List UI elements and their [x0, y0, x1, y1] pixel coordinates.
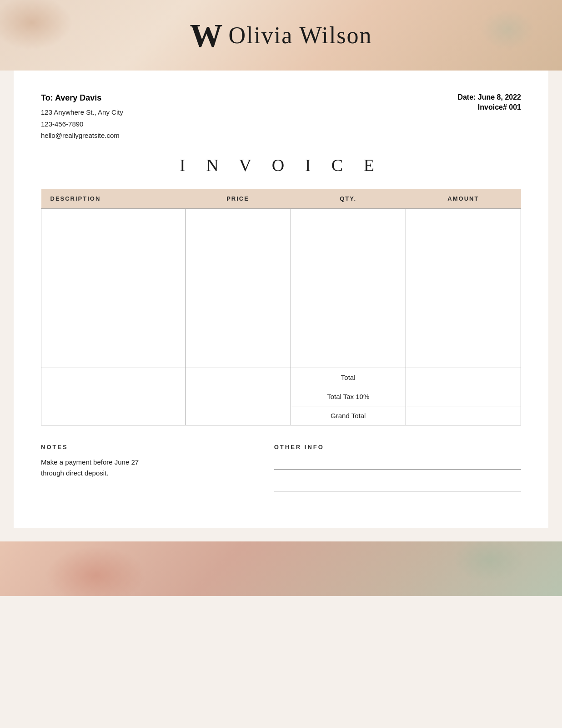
- table-row-total: Total: [41, 368, 521, 387]
- header-description: DESCRIPTION: [41, 189, 186, 209]
- to-section: To: Avery Davis 123 Anywhere St., Any Ci…: [41, 93, 457, 142]
- other-info-line1: [274, 457, 521, 470]
- other-info-label: OTHER INFO: [274, 444, 521, 450]
- address-line1: 123 Anywhere St., Any City: [41, 106, 457, 118]
- cell-desc-summary: [41, 368, 186, 425]
- cell-desc-main: [41, 208, 186, 368]
- invoice-title-area: I N V O I C E: [41, 155, 521, 175]
- brand-name: Olivia Wilson: [228, 22, 372, 49]
- notes-right: OTHER INFO: [274, 444, 521, 500]
- invoice-table: DESCRIPTION PRICE QTY. AMOUNT Total: [41, 189, 521, 425]
- to-address: 123 Anywhere St., Any City 123-456-7890 …: [41, 106, 457, 142]
- document-body: To: Avery Davis 123 Anywhere St., Any Ci…: [14, 71, 548, 528]
- notes-left: NOTES Make a payment before June 27 thro…: [41, 444, 247, 500]
- cell-total-label: Total: [291, 368, 406, 387]
- cell-grand-total-amount: [406, 406, 521, 425]
- cell-qty-main: [291, 208, 406, 368]
- email: hello@reallygreatsite.com: [41, 130, 457, 142]
- date-section: Date: June 8, 2022 Invoice# 001: [457, 93, 521, 111]
- notes-line1: Make a payment before June 27: [41, 457, 247, 468]
- cell-price-summary: [185, 368, 291, 425]
- cell-total-amount: [406, 368, 521, 387]
- header-band: W Olivia Wilson: [0, 0, 562, 71]
- header-qty: QTY.: [291, 189, 406, 209]
- notes-line2: through direct deposit.: [41, 468, 247, 479]
- invoice-title: I N V O I C E: [41, 155, 521, 175]
- footer-band: [0, 541, 562, 596]
- notes-section: NOTES Make a payment before June 27 thro…: [41, 444, 521, 510]
- logo-area: W Olivia Wilson: [190, 19, 372, 52]
- phone: 123-456-7890: [41, 118, 457, 130]
- date-line: Date: June 8, 2022: [457, 93, 521, 101]
- cell-amount-main: [406, 208, 521, 368]
- cell-price-main: [185, 208, 291, 368]
- notes-label: NOTES: [41, 444, 247, 450]
- cell-tax-label: Total Tax 10%: [291, 387, 406, 406]
- to-name: To: Avery Davis: [41, 93, 457, 103]
- invoice-number: Invoice# 001: [457, 103, 521, 111]
- info-section: To: Avery Davis 123 Anywhere St., Any Ci…: [41, 89, 521, 142]
- cell-tax-amount: [406, 387, 521, 406]
- cell-grand-total-label: Grand Total: [291, 406, 406, 425]
- table-row-empty: [41, 208, 521, 368]
- other-info-line2: [274, 479, 521, 491]
- header-price: PRICE: [185, 189, 291, 209]
- table-header-row: DESCRIPTION PRICE QTY. AMOUNT: [41, 189, 521, 209]
- notes-text: Make a payment before June 27 through di…: [41, 457, 247, 479]
- logo-w: W: [190, 19, 220, 52]
- header-amount: AMOUNT: [406, 189, 521, 209]
